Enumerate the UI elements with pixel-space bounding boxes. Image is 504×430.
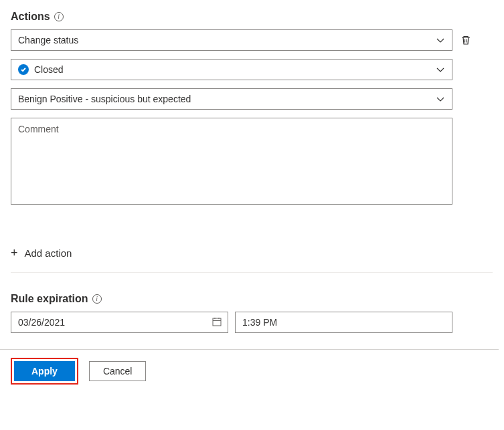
expiration-label-text: Rule expiration	[11, 293, 88, 305]
info-icon[interactable]: i	[92, 294, 102, 304]
chevron-down-icon	[436, 65, 445, 74]
apply-highlight-box: Apply	[11, 358, 78, 385]
actions-section-label: Actions i	[11, 11, 493, 23]
check-circle-icon	[18, 64, 29, 75]
cancel-button[interactable]: Cancel	[89, 361, 147, 381]
chevron-down-icon	[436, 94, 445, 104]
comment-textarea[interactable]	[11, 118, 452, 205]
classification-dropdown[interactable]: Benign Positive - suspicious but expecte…	[11, 88, 452, 110]
plus-icon: +	[11, 247, 18, 259]
expiration-section-label: Rule expiration i	[11, 293, 493, 305]
expiration-date-value: 03/26/2021	[18, 317, 65, 328]
expiration-time-value: 1:39 PM	[242, 317, 277, 328]
section-divider	[11, 272, 493, 273]
change-status-label: Change status	[18, 35, 78, 45]
calendar-icon	[212, 316, 222, 329]
classification-label: Benign Positive - suspicious but expecte…	[18, 94, 191, 104]
expiration-time-input[interactable]: 1:39 PM	[235, 312, 452, 333]
info-icon[interactable]: i	[54, 12, 64, 21]
svg-rect-0	[213, 318, 221, 326]
add-action-label: Add action	[25, 247, 72, 259]
apply-button[interactable]: Apply	[14, 361, 75, 381]
chevron-down-icon	[436, 35, 445, 45]
change-status-dropdown[interactable]: Change status	[11, 29, 452, 51]
expiration-date-input[interactable]: 03/26/2021	[11, 312, 228, 333]
add-action-button[interactable]: + Add action	[11, 247, 493, 259]
actions-label-text: Actions	[11, 11, 50, 23]
delete-action-button[interactable]	[459, 33, 473, 47]
status-value-dropdown[interactable]: Closed	[11, 59, 452, 80]
status-value-label: Closed	[34, 64, 64, 75]
